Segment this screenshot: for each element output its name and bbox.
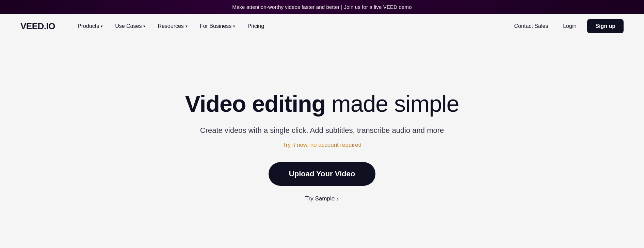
try-sample-link[interactable]: Try Sample › (305, 195, 339, 202)
chevron-right-icon: › (337, 195, 339, 202)
nav-products-label: Products (78, 23, 99, 29)
nav-item-for-business[interactable]: For Business ▾ (194, 20, 241, 32)
chevron-down-icon: ▾ (233, 24, 235, 29)
upload-video-button[interactable]: Upload Your Video (269, 162, 375, 186)
nav-item-pricing[interactable]: Pricing (241, 20, 270, 32)
header: VEED.IO Products ▾ Use Cases ▾ Resources… (0, 14, 644, 38)
signup-button[interactable]: Sign up (587, 19, 624, 33)
hero-title-bold: Video editing (185, 91, 325, 117)
announcement-banner: Make attention-worthy videos faster and … (0, 0, 644, 14)
chevron-down-icon: ▾ (143, 24, 145, 29)
hero-subtitle: Create videos with a single click. Add s… (200, 126, 444, 135)
nav-resources-label: Resources (158, 23, 183, 29)
nav-item-products[interactable]: Products ▾ (71, 20, 109, 32)
nav-item-resources[interactable]: Resources ▾ (151, 20, 193, 32)
chevron-down-icon: ▾ (186, 24, 188, 29)
login-button[interactable]: Login (558, 20, 582, 32)
hero-title: Video editing made simple (185, 91, 459, 117)
announcement-text: Make attention-worthy videos faster and … (232, 4, 412, 10)
chevron-down-icon: ▾ (101, 24, 103, 29)
logo[interactable]: VEED.IO (20, 21, 55, 32)
nav-use-cases-label: Use Cases (115, 23, 142, 29)
nav-links: Products ▾ Use Cases ▾ Resources ▾ For B… (71, 20, 510, 32)
nav-actions: Contact Sales Login Sign up (510, 19, 624, 33)
try-sample-label: Try Sample (305, 195, 335, 202)
nav-pricing-label: Pricing (247, 23, 264, 29)
hero-title-light-text: made simple (332, 91, 459, 117)
contact-sales-link[interactable]: Contact Sales (510, 20, 552, 32)
hero-section: Video editing made simple Create videos … (0, 38, 644, 248)
nav-for-business-label: For Business (200, 23, 231, 29)
hero-try-text: Try it now, no account required (283, 142, 361, 148)
nav-item-use-cases[interactable]: Use Cases ▾ (109, 20, 151, 32)
